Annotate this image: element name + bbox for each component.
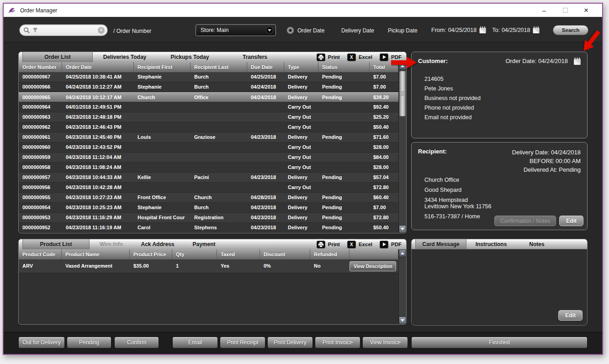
- scroll-up-icon[interactable]: [399, 249, 406, 257]
- order-row[interactable]: 000000096604/24/2018 10:12:27 AMStephani…: [19, 82, 398, 92]
- tab-pickups-today[interactable]: Pickups Today: [157, 52, 223, 62]
- search-icon: [23, 27, 30, 34]
- col-product-name[interactable]: Product Name: [62, 249, 130, 259]
- orders-excel-button[interactable]: X Excel: [347, 53, 372, 61]
- out-for-delivery-button[interactable]: Out for Delivery: [18, 337, 65, 348]
- products-print-button[interactable]: Print: [317, 241, 340, 248]
- recipient-edit-button[interactable]: Edit: [559, 216, 583, 226]
- col-order-number[interactable]: Order Number: [19, 62, 62, 72]
- order-cell: [191, 142, 247, 152]
- order-cell: 04/23/2018 10:27:23 AM: [62, 193, 134, 202]
- product-cell: No: [310, 259, 350, 273]
- col-status[interactable]: Status: [318, 62, 370, 72]
- tab-card-message[interactable]: Card Message: [415, 239, 466, 249]
- orders-panel: Order List Deliveries Today Pickups Toda…: [18, 52, 407, 233]
- order-row[interactable]: 000000095704/23/2018 10:44:33 AMKelliePa…: [19, 173, 398, 183]
- print-delivery-button[interactable]: Print Delivery: [267, 337, 313, 348]
- col-type[interactable]: Type: [284, 62, 318, 72]
- notes-edit-button[interactable]: Edit: [558, 310, 583, 321]
- col-recipient-last[interactable]: Recipient Last: [191, 62, 247, 72]
- col-order-date[interactable]: Order Date: [62, 62, 134, 72]
- col-taxed[interactable]: Taxed: [217, 249, 260, 259]
- radio-delivery-date[interactable]: Delivery Date: [331, 27, 374, 34]
- products-pdf-button[interactable]: PDF: [380, 241, 402, 248]
- order-row[interactable]: 000000096104/23/2018 12:45:40 PMLouisGra…: [19, 132, 398, 142]
- order-row[interactable]: 000000095404/23/2018 10:25:23 AMStephani…: [19, 203, 398, 213]
- order-row[interactable]: 000000096304/23/2018 12:48:18 PMCarry Ou…: [19, 112, 398, 122]
- product-table-body: ARVVased Arrangement$35.001Yes0%NoView D…: [19, 259, 398, 273]
- product-cell: ARV: [19, 259, 62, 273]
- scroll-down-icon[interactable]: [399, 317, 406, 324]
- order-row[interactable]: 000000095804/23/2018 11:08:24 AMCarry Ou…: [19, 163, 398, 173]
- to-date-value[interactable]: 04/25/2018: [502, 27, 530, 33]
- orders-scrollbar[interactable]: [398, 62, 406, 233]
- order-cell: Carry Out: [284, 122, 318, 132]
- radio-order-date[interactable]: Order Date: [287, 27, 324, 34]
- order-row[interactable]: 000000095904/23/2018 11:12:04 AMCarry Ou…: [19, 153, 398, 163]
- tab-deliveries-today[interactable]: Deliveries Today: [93, 52, 157, 62]
- tab-wire-info[interactable]: Wire Info: [90, 239, 133, 249]
- order-cell: 0000000956: [19, 183, 62, 192]
- email-button[interactable]: Email: [172, 337, 218, 348]
- search-button[interactable]: Search: [553, 25, 588, 35]
- from-calendar-icon[interactable]: [479, 26, 487, 34]
- radio-pickup-date[interactable]: Pickup Date: [377, 27, 418, 34]
- orders-scrollbar-thumb[interactable]: [399, 71, 406, 116]
- tab-notes[interactable]: Notes: [516, 239, 558, 249]
- search-input[interactable]: [39, 27, 98, 33]
- tab-transfers[interactable]: Transfers: [223, 52, 287, 62]
- tab-order-list[interactable]: Order List: [22, 52, 93, 62]
- col-recipient-first[interactable]: Recipient First: [134, 62, 191, 72]
- col-refunded[interactable]: Refunded: [310, 249, 350, 259]
- confirmation-notes-button[interactable]: Confirmation / Notes: [494, 216, 556, 226]
- order-cell: Carry Out: [284, 183, 318, 192]
- order-row[interactable]: 000000096404/01/2018 12:49:51 PMCarry Ou…: [19, 102, 398, 112]
- to-calendar-icon[interactable]: [532, 26, 540, 34]
- view-description-button[interactable]: View Description: [350, 261, 396, 271]
- col-qty[interactable]: Qty: [172, 249, 217, 259]
- finished-button[interactable]: Finished: [411, 337, 588, 348]
- order-row[interactable]: 000000095204/23/2018 11:16:19 AMCarolSte…: [19, 223, 398, 233]
- customer-name: Pete Jones: [424, 85, 481, 92]
- order-row[interactable]: 000000096004/23/2018 12:43:52 PMCarry Ou…: [19, 142, 398, 153]
- order-row[interactable]: 000000095604/23/2018 10:42:28 AMCarry Ou…: [19, 183, 398, 193]
- col-product-price[interactable]: Product Price: [130, 249, 172, 259]
- order-cell: [247, 142, 284, 152]
- tab-payment[interactable]: Payment: [182, 239, 226, 249]
- order-cell: 04/23/2018 11:16:19 AM: [62, 223, 134, 232]
- products-excel-button[interactable]: X Excel: [347, 241, 372, 248]
- filter-icon[interactable]: [32, 27, 39, 34]
- tab-instructions[interactable]: Instructions: [466, 239, 516, 249]
- order-row[interactable]: 000000096704/25/2018 10:38:41 AMStephani…: [19, 72, 398, 82]
- col-discount[interactable]: Discount: [260, 249, 310, 259]
- col-due-date[interactable]: Due Date: [247, 62, 284, 72]
- order-row[interactable]: 000000096204/23/2018 12:46:43 PMCarry Ou…: [19, 122, 398, 132]
- maximize-button[interactable]: [555, 4, 576, 17]
- customer-title: Customer:: [418, 58, 448, 64]
- order-date-calendar-icon[interactable]: [573, 57, 582, 65]
- order-cell: Carol: [134, 223, 191, 232]
- from-date-value[interactable]: 04/25/2018: [448, 27, 477, 33]
- store-select[interactable]: Store: Main: [196, 24, 276, 36]
- pending-button[interactable]: Pending: [67, 337, 111, 348]
- tab-ack-address[interactable]: Ack Address: [133, 239, 182, 249]
- order-cell: 04/24/2018 10:12:17 AM: [62, 93, 134, 102]
- print-receipt-button[interactable]: Print Receipt: [220, 337, 265, 348]
- confirm-button[interactable]: Confirm: [114, 337, 159, 348]
- products-scrollbar[interactable]: [398, 249, 406, 324]
- col-product-code[interactable]: Product Code: [19, 249, 62, 259]
- order-row[interactable]: 000000096504/24/2018 10:12:17 AMChurchOf…: [19, 92, 398, 102]
- clear-search-icon[interactable]: ✕: [98, 27, 105, 34]
- orders-print-button[interactable]: Print: [317, 53, 340, 61]
- view-invoice-button[interactable]: View Invoice: [362, 337, 408, 348]
- order-row[interactable]: 000000095504/23/2018 10:27:23 AMFront Of…: [19, 193, 398, 203]
- tab-product-list[interactable]: Product List: [22, 239, 90, 249]
- close-button[interactable]: ×: [576, 4, 597, 17]
- minimize-button[interactable]: –: [534, 4, 555, 17]
- product-row[interactable]: ARVVased Arrangement$35.001Yes0%NoView D…: [19, 259, 398, 273]
- print-invoice-button[interactable]: Print Invoice: [315, 337, 360, 348]
- customer-phone: Phone not provided: [424, 105, 481, 111]
- order-row[interactable]: 000000095304/23/2018 11:16:29 AMHospital…: [19, 213, 398, 223]
- order-cell: 04/25/2018 10:38:41 AM: [62, 72, 134, 82]
- scroll-down-icon[interactable]: [399, 225, 406, 233]
